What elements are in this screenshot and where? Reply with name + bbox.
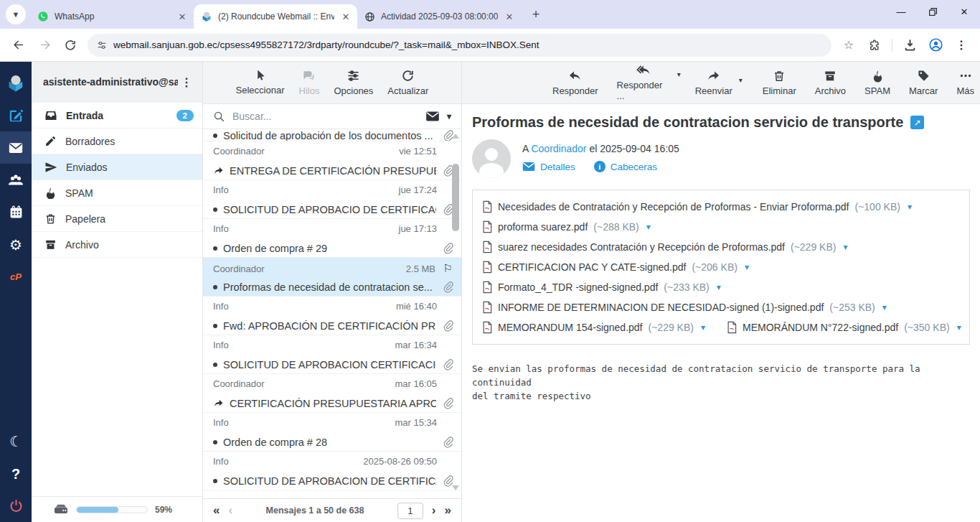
attachment-menu-caret-icon[interactable]: ▾ <box>745 262 749 272</box>
attachment-item[interactable]: Formato_4_TDR -signed-signed.pdf (~233 K… <box>482 277 721 297</box>
recipient-link[interactable]: Coordinador <box>531 143 586 154</box>
bookmark-star-icon[interactable]: ☆ <box>837 34 860 57</box>
attachment-menu-caret-icon[interactable]: ▾ <box>646 222 651 232</box>
forwarded-icon <box>213 165 224 176</box>
select-button[interactable]: Seleccionar <box>232 66 289 98</box>
attachment-item[interactable]: INFORME DE DETERMINACION DE NECESIDAD-si… <box>482 297 887 317</box>
delete-button[interactable]: Eliminar <box>757 66 802 99</box>
tab-whatsapp[interactable]: WhatsApp ✕ <box>30 4 194 29</box>
folder-item-entrada[interactable]: Entrada 2 <box>32 103 202 129</box>
spam-button[interactable]: SPAM <box>859 66 896 99</box>
close-window-button[interactable]: ✕ <box>948 0 980 23</box>
extensions-icon[interactable] <box>863 34 886 57</box>
browser-menu-icon[interactable]: ⋮ <box>950 34 973 57</box>
search-options-chevron-icon[interactable]: ▾ <box>447 111 451 121</box>
more-button[interactable]: Más <box>951 66 980 99</box>
open-in-new-window-icon[interactable]: ↗ <box>910 116 924 129</box>
attachment-item[interactable]: proforma suarez.pdf (~288 KB) ▾ <box>482 217 651 237</box>
url-bar[interactable]: webmail.sanjuan.gob.ec/cpsess4955827172/… <box>88 34 831 57</box>
mark-button[interactable]: Marcar <box>903 66 943 99</box>
message-row-selected[interactable]: Coordinador2.5 MB⚐ Proformas de necesida… <box>203 258 461 297</box>
contacts-button[interactable] <box>0 164 32 196</box>
scrollbar-up-arrow[interactable] <box>452 134 459 139</box>
roundcube-logo <box>0 67 32 99</box>
scrollbar-down-arrow[interactable] <box>452 485 459 490</box>
reply-all-button[interactable]: Responder ... ▾ <box>611 60 677 104</box>
attachment-menu-caret-icon[interactable]: ▾ <box>882 302 887 312</box>
mail-nav-button[interactable] <box>0 131 32 164</box>
message-row[interactable]: Solicitud de aprobación de los documento… <box>203 129 461 141</box>
reload-icon[interactable] <box>59 34 82 57</box>
back-icon[interactable] <box>7 34 30 57</box>
folder-item-papelera[interactable]: Papelera <box>32 206 202 232</box>
calendar-button[interactable] <box>0 196 32 228</box>
forward-caret-icon[interactable]: ▾ <box>739 76 743 84</box>
prev-page-button[interactable]: ‹ <box>228 503 232 518</box>
logout-button[interactable] <box>0 490 32 522</box>
message-row[interactable]: Infojue 17:13 Orden de compra # 29 <box>203 219 461 258</box>
reply-button[interactable]: Responder <box>547 66 604 99</box>
storage-indicator: 59% <box>32 496 202 522</box>
message-row[interactable]: Infomar 16:34 SOLICITUD DE APROBACION CE… <box>203 335 461 374</box>
message-row[interactable]: Infomar 15:34 Orden de compra # 28 <box>203 413 461 452</box>
search-scope-mail-icon[interactable] <box>425 111 440 122</box>
tab-actividad[interactable]: Actividad 2025-09-03 08:00:00 ✕ <box>357 4 521 29</box>
tab-close-icon[interactable]: ✕ <box>340 11 352 22</box>
attachment-menu-caret-icon[interactable]: ▾ <box>908 202 912 212</box>
site-settings-icon[interactable] <box>96 39 108 51</box>
tab-close-icon[interactable]: ✕ <box>504 11 515 22</box>
tab-close-icon[interactable]: ✕ <box>176 11 188 22</box>
attachment-item[interactable]: MEMORANDUM 154-signed.pdf (~229 KB) ▾ <box>482 317 705 337</box>
message-row[interactable]: Info2025-08-26 09:50 SOLICITUD DE APROBA… <box>203 452 461 490</box>
settings-button[interactable]: ⚙ <box>0 228 32 261</box>
message-row[interactable]: Coordinadorvie 12:51 ENTREGA DE CERTIFIC… <box>203 141 461 180</box>
folder-item-archivo[interactable]: Archivo <box>32 232 202 258</box>
attachment-item[interactable]: MEMORÁNDUM N°722-signed.pdf (~350 KB) ▾ <box>727 317 961 337</box>
page-number-input[interactable] <box>397 503 423 519</box>
attachment-item[interactable]: suarez necesidades Contratación y Recepc… <box>482 237 847 257</box>
details-toggle[interactable]: Detalles <box>522 162 575 172</box>
attachment-menu-caret-icon[interactable]: ▾ <box>957 322 961 332</box>
search-input[interactable] <box>232 111 418 122</box>
attachment-menu-caret-icon[interactable]: ▾ <box>843 242 847 252</box>
minimize-button[interactable]: — <box>885 0 917 23</box>
tab-roundcube[interactable]: (2) Roundcube Webmail :: Envia ✕ <box>194 4 357 29</box>
restore-button[interactable] <box>917 0 948 23</box>
next-page-button[interactable]: › <box>432 503 436 518</box>
attachment-item[interactable]: CERTIFICACION PAC Y CATE-signed.pdf (~20… <box>482 257 749 277</box>
tab-search-button[interactable]: ▼ <box>6 4 26 24</box>
refresh-button[interactable]: Actualizar <box>383 66 433 99</box>
first-page-button[interactable]: « <box>213 503 220 518</box>
url-text[interactable]: webmail.sanjuan.gob.ec/cpsess4955827172/… <box>113 39 824 50</box>
tab-title: (2) Roundcube Webmail :: Envia <box>218 11 334 22</box>
new-tab-button[interactable]: + <box>527 5 545 24</box>
attachment-menu-caret-icon[interactable]: ▾ <box>717 282 721 292</box>
forward-button[interactable]: Reenviar ▾ <box>689 66 738 99</box>
account-menu-icon[interactable]: ⋮ <box>178 75 195 89</box>
cpanel-button[interactable]: cP <box>0 261 32 293</box>
attachment-item[interactable]: Necesidades de Contratación y Recepción … <box>482 197 912 217</box>
compose-button[interactable] <box>0 99 32 131</box>
downloads-icon[interactable] <box>898 34 921 57</box>
folder-label: SPAM <box>65 187 194 199</box>
message-row[interactable]: Infomié 16:40 Fwd: APROBACIÓN DE CERTIFI… <box>203 297 461 335</box>
headers-toggle[interactable]: i Cabeceras <box>594 161 657 172</box>
options-button[interactable]: Opciones <box>329 66 377 99</box>
message-row[interactable]: Infojue 17:24 SOLICITUD DE APROBACIO DE … <box>203 180 461 219</box>
threads-button[interactable]: Hilos <box>295 66 324 99</box>
folder-item-spam[interactable]: SPAM <box>32 180 202 206</box>
message-meta: A Coordinador el 2025-09-04 16:05 <box>522 143 679 154</box>
help-button[interactable]: ? <box>0 457 32 490</box>
message-row[interactable]: Coordinadormar 16:05 CERTIFICACIÓN PRESU… <box>203 374 461 413</box>
list-scrollbar[interactable] <box>451 129 461 498</box>
folder-item-borradores[interactable]: Borradores <box>32 129 202 154</box>
last-page-button[interactable]: » <box>445 503 451 518</box>
reply-all-caret-icon[interactable]: ▾ <box>677 70 681 78</box>
forward-icon[interactable] <box>33 34 56 57</box>
profile-icon[interactable] <box>924 34 947 57</box>
folder-item-enviados[interactable]: Enviados <box>32 154 202 180</box>
attachment-menu-caret-icon[interactable]: ▾ <box>701 322 705 332</box>
archive-button[interactable]: Archivo <box>809 66 852 99</box>
scrollbar-thumb[interactable] <box>452 164 459 231</box>
dark-mode-button[interactable]: ☾ <box>0 425 32 457</box>
